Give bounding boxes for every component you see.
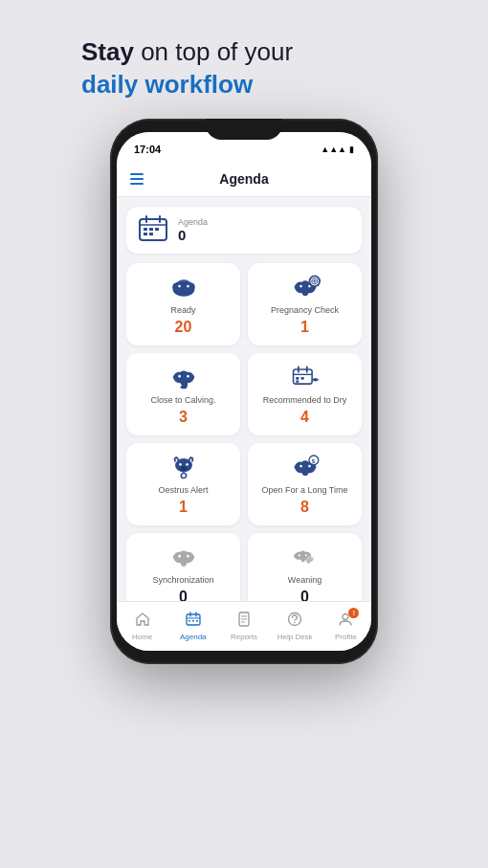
card-open-for-long-time[interactable]: $ Open For a Long Time 8 [248, 443, 362, 525]
phone-frame: 17:04 ▲▲▲ ▮ Agenda [110, 119, 378, 664]
recommended-to-dry-count: 4 [300, 409, 309, 426]
svg-text:$: $ [311, 456, 315, 463]
home-label: Home [132, 633, 152, 641]
svg-point-23 [180, 385, 187, 389]
svg-rect-7 [144, 233, 147, 235]
svg-point-60 [343, 613, 348, 619]
svg-point-12 [178, 284, 181, 287]
profile-label: Profile [335, 633, 357, 641]
svg-rect-51 [189, 620, 190, 622]
wifi-icon: ▲▲▲ [321, 145, 346, 154]
menu-icon[interactable] [130, 173, 144, 185]
ready-icon [168, 273, 199, 301]
svg-point-46 [311, 557, 312, 558]
pregnancy-check-count: 1 [300, 319, 309, 336]
card-synchronization[interactable]: Synchronization 0 [126, 533, 240, 601]
svg-rect-47 [187, 614, 200, 625]
card-oestrus-alert[interactable]: Oestrus Alert 1 [126, 443, 240, 525]
svg-point-37 [299, 464, 302, 467]
synchronization-count: 0 [179, 589, 188, 601]
svg-point-13 [187, 284, 189, 287]
weaning-label: Weaning [288, 575, 322, 585]
svg-rect-6 [155, 228, 159, 231]
helpdesk-label: Help Desk [277, 633, 313, 641]
card-recommended-to-dry[interactable]: Recommended to Dry 4 [248, 353, 362, 435]
synchronization-icon [168, 543, 199, 571]
close-to-calving-icon [168, 363, 199, 391]
phone-notch [206, 119, 282, 140]
status-icons: ▲▲▲ ▮ [321, 145, 354, 154]
svg-point-42 [187, 554, 189, 557]
card-ready[interactable]: Ready 20 [126, 263, 240, 345]
synchronization-label: Synchronization [152, 575, 213, 585]
svg-rect-53 [196, 620, 198, 622]
svg-rect-4 [144, 228, 147, 231]
agenda-nav-label: Agenda [180, 633, 207, 641]
battery-icon: ▮ [349, 145, 354, 154]
pregnancy-check-icon [290, 273, 321, 301]
weaning-icon [290, 543, 321, 571]
nav-item-reports[interactable]: Reports [225, 612, 263, 641]
card-weaning[interactable]: Weaning 0 [248, 533, 362, 601]
agenda-icon [186, 612, 201, 631]
svg-point-35 [181, 473, 186, 478]
tagline-line2: daily workflow [81, 69, 407, 101]
svg-point-22 [187, 374, 189, 377]
pregnancy-check-label: Pregnancy Check [271, 305, 339, 315]
recommended-to-dry-label: Recommended to Dry [263, 395, 347, 405]
oestrus-alert-label: Oestrus Alert [158, 485, 208, 495]
svg-point-41 [178, 554, 181, 557]
agenda-info: Agenda 0 [178, 217, 208, 243]
svg-point-14 [299, 284, 302, 287]
recommended-to-dry-icon [290, 363, 321, 391]
top-nav: Agenda [117, 163, 371, 197]
bottom-nav: Home Agenda [117, 601, 371, 651]
svg-point-44 [304, 554, 306, 556]
phone-screen: 17:04 ▲▲▲ ▮ Agenda [117, 132, 371, 651]
nav-item-helpdesk[interactable]: Help Desk [276, 612, 314, 641]
home-icon [135, 612, 150, 631]
close-to-calving-label: Close to Calving. [150, 395, 215, 405]
reports-icon [236, 612, 252, 631]
ready-count: 20 [175, 319, 192, 336]
svg-point-15 [308, 284, 311, 287]
svg-point-32 [179, 463, 182, 466]
svg-rect-52 [192, 620, 194, 622]
svg-rect-5 [149, 228, 153, 231]
open-for-long-time-label: Open For a Long Time [261, 485, 347, 495]
card-close-to-calving[interactable]: Close to Calving. 3 [126, 353, 240, 435]
nav-item-home[interactable]: Home [123, 612, 162, 641]
nav-item-agenda[interactable]: Agenda [174, 612, 212, 641]
card-pregnancy-check[interactable]: Pregnancy Check 1 [248, 263, 362, 345]
svg-point-33 [186, 463, 189, 466]
svg-rect-8 [149, 233, 153, 235]
oestrus-alert-count: 1 [179, 499, 188, 516]
svg-rect-28 [296, 377, 299, 380]
reports-label: Reports [231, 633, 257, 641]
close-to-calving-count: 3 [179, 409, 188, 426]
agenda-label: Agenda [178, 217, 208, 227]
svg-point-45 [307, 557, 308, 558]
svg-rect-29 [300, 377, 303, 380]
status-time: 17:04 [134, 144, 161, 155]
cards-grid: Ready 20 [126, 263, 362, 601]
main-content: Agenda 0 [117, 197, 371, 601]
profile-icon [338, 612, 353, 631]
weaning-count: 0 [300, 589, 309, 601]
svg-rect-30 [296, 380, 299, 382]
nav-item-profile[interactable]: Profile [326, 612, 365, 641]
tagline: Stay on top of your daily workflow [81, 36, 407, 101]
open-for-long-time-icon: $ [290, 453, 321, 481]
svg-point-59 [294, 621, 296, 623]
nav-title: Agenda [219, 171, 268, 187]
helpdesk-icon [287, 612, 302, 631]
svg-point-43 [298, 554, 299, 556]
svg-point-21 [178, 374, 181, 377]
open-for-long-time-count: 8 [300, 499, 309, 516]
agenda-calendar-icon [138, 214, 168, 246]
agenda-count: 0 [178, 227, 208, 243]
svg-point-34 [180, 466, 187, 470]
svg-point-38 [308, 464, 311, 467]
agenda-summary-card: Agenda 0 [126, 207, 362, 254]
tagline-strong: Stay [81, 37, 134, 66]
